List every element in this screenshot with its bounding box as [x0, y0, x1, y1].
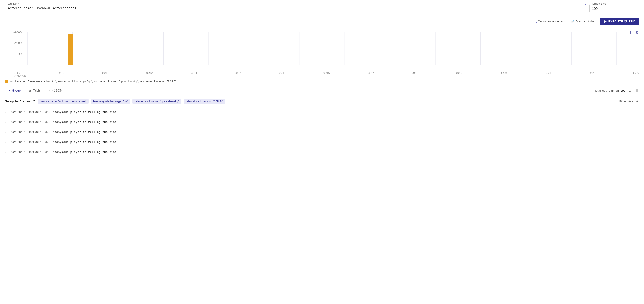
log-entry[interactable]: ▶ 2024-12-12 09:09:45.346 Anonymous play… [0, 107, 644, 117]
log-entry[interactable]: ▶ 2024-12-12 09:09:45.330 Anonymous play… [0, 127, 644, 137]
time-label-0: 09:09 [14, 72, 20, 74]
time-label-9: 09:18 [412, 72, 418, 74]
collapse-button[interactable]: ∧ [628, 88, 632, 93]
table-tab-label: Table [33, 89, 40, 92]
limit-group: Limit entries [590, 4, 640, 12]
query-language-docs-link[interactable]: ℹ Query language docs [536, 20, 566, 23]
time-label-8: 09:17 [368, 72, 374, 74]
query-docs-label: Query language docs [538, 20, 566, 23]
info-icon: ℹ [536, 20, 537, 23]
group-tab-label: Group [12, 89, 21, 92]
execute-label: EXECUTE QUERY [608, 20, 635, 23]
log-entry[interactable]: ▶ 2024-12-12 09:09:45.315 Anonymous play… [0, 147, 644, 157]
tabs-row: ≡ Group ⊞ Table <> JSON Total logs retur… [0, 86, 644, 95]
table-tab-icon: ⊞ [29, 89, 32, 92]
list-icon: ☰ [636, 89, 638, 92]
chart-area: 👁 ⚙ 400 200 0 [0, 27, 644, 77]
log-timestamp-2: 2024-12-12 09:09:45.330 [10, 130, 50, 134]
total-logs-count: 100 [620, 89, 625, 92]
svg-rect-21 [68, 34, 72, 64]
svg-text:400: 400 [14, 31, 22, 34]
tab-table[interactable]: ⊞ Table [25, 86, 44, 95]
expand-icon-3: ▶ [4, 141, 7, 144]
tag-pill-3[interactable]: telemetry.sdk.version="1.32.0" [184, 99, 225, 104]
doc-icon: 📄 [570, 20, 574, 23]
chart-legend: service.name="unknown_service:otel", tel… [0, 77, 644, 86]
chart-date: 2024-12-12 [4, 75, 640, 77]
group-by-label: Group by "_stream": [4, 99, 36, 103]
tag-pill-0[interactable]: service.name="unknown_service:otel" [38, 99, 89, 104]
expand-icon-0: ▶ [4, 111, 7, 114]
list-view-button[interactable]: ☰ [635, 88, 640, 93]
expand-icon-1: ▶ [4, 121, 7, 124]
total-logs-label: Total logs returned: 100 [594, 89, 625, 92]
execute-query-button[interactable]: ▶ EXECUTE QUERY [600, 18, 640, 25]
expand-icon-4: ▶ [4, 151, 7, 154]
svg-text:0: 0 [19, 52, 22, 55]
entries-count: 100 entries ∧ [618, 99, 640, 104]
log-message-4: Anonymous player is rolling the dice [52, 150, 116, 154]
time-label-1: 09:10 [58, 72, 64, 74]
log-message-1: Anonymous player is rolling the dice [52, 120, 116, 124]
time-label-4: 09:13 [190, 72, 197, 74]
time-label-10: 09:19 [456, 72, 462, 74]
time-label-6: 09:15 [279, 72, 286, 74]
chart-time-axis: 09:09 09:10 09:11 09:12 09:13 09:14 09:1… [4, 71, 640, 74]
log-message-2: Anonymous player is rolling the dice [52, 130, 116, 134]
collapse-group-button[interactable]: ∧ [635, 99, 640, 104]
time-label-5: 09:14 [235, 72, 241, 74]
tag-pill-1[interactable]: telemetry.sdk.language="go" [91, 99, 130, 104]
chart-canvas: 400 200 0 [4, 30, 640, 71]
group-tab-icon: ≡ [9, 89, 10, 92]
log-query-input[interactable] [7, 6, 583, 11]
execute-play-icon: ▶ [604, 20, 607, 23]
entries-count-value: 100 entries [618, 99, 633, 103]
json-tab-label: JSON [54, 89, 62, 92]
limit-label: Limit entries [592, 2, 607, 5]
time-label-13: 09:22 [589, 72, 595, 74]
log-timestamp-1: 2024-12-12 09:09:45.339 [10, 120, 50, 124]
time-label-11: 09:20 [500, 72, 507, 74]
group-by-row: Group by "_stream": service.name="unknow… [0, 95, 644, 107]
tab-group[interactable]: ≡ Group [4, 86, 25, 95]
chevron-up-group-icon: ∧ [636, 99, 638, 103]
tag-pill-2[interactable]: telemetry.sdk.name="opentelemetry" [132, 99, 181, 104]
log-entry[interactable]: ▶ 2024-12-12 09:09:45.339 Anonymous play… [0, 117, 644, 127]
json-tab-icon: <> [49, 89, 52, 92]
limit-input[interactable] [592, 6, 637, 11]
log-timestamp-0: 2024-12-12 09:09:45.346 [10, 110, 50, 114]
documentation-label: Documentation [576, 20, 595, 23]
tabs-left: ≡ Group ⊞ Table <> JSON [4, 86, 66, 95]
log-message-0: Anonymous player is rolling the dice [52, 110, 116, 114]
log-query-label: Log query [6, 2, 20, 5]
top-bar: Log query Limit entries [0, 0, 644, 15]
chart-svg: 400 200 0 [4, 30, 640, 71]
log-query-group: Log query [4, 4, 586, 12]
chevron-up-icon: ∧ [629, 89, 631, 92]
expand-icon-2: ▶ [4, 131, 7, 134]
time-label-2: 09:11 [102, 72, 108, 74]
time-label-12: 09:21 [545, 72, 551, 74]
legend-color [4, 80, 8, 83]
legend-text: service.name="unknown_service:otel", tel… [10, 80, 176, 83]
svg-text:200: 200 [14, 41, 22, 44]
log-entries-list: ▶ 2024-12-12 09:09:45.346 Anonymous play… [0, 107, 644, 157]
log-message-3: Anonymous player is rolling the dice [52, 140, 116, 144]
tab-json[interactable]: <> JSON [45, 86, 67, 95]
time-label-3: 09:12 [146, 72, 153, 74]
toolbar: ℹ Query language docs 📄 Documentation ▶ … [0, 15, 644, 27]
log-entry[interactable]: ▶ 2024-12-12 09:09:45.323 Anonymous play… [0, 137, 644, 147]
time-label-14: 09:23 [633, 72, 640, 74]
time-label-7: 09:16 [323, 72, 330, 74]
tabs-right: Total logs returned: 100 ∧ ☰ [594, 88, 640, 93]
log-timestamp-3: 2024-12-12 09:09:45.323 [10, 140, 50, 144]
log-timestamp-4: 2024-12-12 09:09:45.315 [10, 150, 50, 154]
documentation-link[interactable]: 📄 Documentation [570, 20, 595, 23]
